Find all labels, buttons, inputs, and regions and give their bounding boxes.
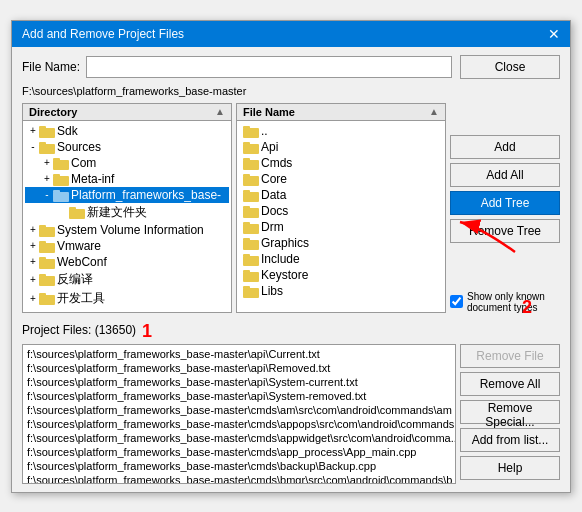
svg-rect-39 [243, 254, 250, 257]
toggle-sources[interactable]: - [27, 141, 39, 152]
tree-item-platform[interactable]: - Platform_frameworks_base- [25, 187, 229, 203]
svg-rect-32 [243, 208, 259, 218]
path-label: F:\sources\platform_frameworks_base-mast… [22, 85, 560, 97]
remove-all-button[interactable]: Remove All [460, 372, 560, 396]
project-file-item[interactable]: f:\sources\platform_frameworks_base-mast… [25, 375, 453, 389]
show-only-checkbox[interactable] [450, 295, 463, 308]
bottom-row: f:\sources\platform_frameworks_base-mast… [22, 344, 560, 484]
annotation-1: 1 [142, 321, 152, 342]
tree-item-decompile[interactable]: + 反编译 [25, 270, 229, 289]
project-file-item[interactable]: f:\sources\platform_frameworks_base-mast… [25, 403, 453, 417]
svg-rect-17 [39, 257, 46, 260]
annotation-arrows: 2 [450, 247, 560, 281]
annotation-2: 2 [522, 297, 532, 318]
file-item-libs[interactable]: Libs [239, 283, 443, 299]
file-item-include[interactable]: Include [239, 251, 443, 267]
svg-rect-28 [243, 176, 259, 186]
file-item-api[interactable]: Api [239, 139, 443, 155]
project-file-item[interactable]: f:\sources\platform_frameworks_base-mast… [25, 445, 453, 459]
help-button[interactable]: Help [460, 456, 560, 480]
svg-rect-33 [243, 206, 250, 209]
svg-rect-21 [39, 293, 46, 296]
file-item-data[interactable]: Data [239, 187, 443, 203]
project-files-header-row: Project Files: (13650) 1 [22, 321, 560, 342]
project-file-item[interactable]: f:\sources\platform_frameworks_base-mast… [25, 459, 453, 473]
close-x-button[interactable]: ✕ [548, 27, 560, 41]
svg-rect-1 [39, 126, 46, 129]
project-files-list[interactable]: f:\sources\platform_frameworks_base-mast… [22, 344, 456, 484]
svg-rect-36 [243, 240, 259, 250]
project-file-item[interactable]: f:\sources\platform_frameworks_base-mast… [25, 473, 453, 484]
file-name-input[interactable] [86, 56, 452, 78]
tree-item-vmware[interactable]: + Vmware [25, 238, 229, 254]
svg-rect-5 [53, 158, 60, 161]
folder-icon-data [243, 188, 259, 202]
svg-rect-6 [53, 176, 69, 186]
file-name-label: File Name: [22, 60, 80, 74]
add-all-button[interactable]: Add All [450, 163, 560, 187]
file-item-graphics[interactable]: Graphics [239, 235, 443, 251]
file-item-up[interactable]: .. [239, 123, 443, 139]
file-item-cmds[interactable]: Cmds [239, 155, 443, 171]
project-files-section: Project Files: (13650) 1 f:\sources\plat… [22, 321, 560, 484]
folder-icon-vmware [39, 239, 55, 253]
folder-icon-sdk [39, 124, 55, 138]
svg-rect-26 [243, 160, 259, 170]
folder-icon-sources [39, 140, 55, 154]
dialog-title: Add and Remove Project Files [22, 27, 184, 41]
arrow-svg-2 [440, 197, 540, 257]
svg-rect-41 [243, 270, 250, 273]
folder-icon-newdir [69, 205, 85, 219]
directory-scroll[interactable]: + Sdk - Sources + Com [23, 121, 231, 312]
project-file-item[interactable]: f:\sources\platform_frameworks_base-mast… [25, 431, 453, 445]
close-button[interactable]: Close [460, 55, 560, 79]
folder-icon-cmds [243, 156, 259, 170]
project-file-item[interactable]: f:\sources\platform_frameworks_base-mast… [25, 361, 453, 375]
tree-item-sources[interactable]: - Sources [25, 139, 229, 155]
remove-file-button[interactable]: Remove File [460, 344, 560, 368]
filename-panel-header: File Name ▲ [237, 104, 445, 121]
project-file-item[interactable]: f:\sources\platform_frameworks_base-mast… [25, 389, 453, 403]
svg-rect-40 [243, 272, 259, 282]
svg-rect-27 [243, 158, 250, 161]
svg-rect-14 [39, 243, 55, 253]
directory-panel: Directory ▲ + Sdk - Sources [22, 103, 232, 313]
svg-rect-31 [243, 190, 250, 193]
file-item-drm[interactable]: Drm [239, 219, 443, 235]
dir-scroll-indicator: ▲ [215, 106, 225, 117]
project-file-item[interactable]: f:\sources\platform_frameworks_base-mast… [25, 347, 453, 361]
folder-icon-libs [243, 284, 259, 298]
svg-rect-16 [39, 259, 55, 269]
svg-rect-42 [243, 288, 259, 298]
tree-item-newdir[interactable]: 新建文件夹 [25, 203, 229, 222]
tree-item-devtools[interactable]: + 开发工具 [25, 289, 229, 308]
folder-icon-com [53, 156, 69, 170]
filename-scroll[interactable]: .. Api Cmds Core [237, 121, 445, 312]
tree-item-sysvolinfo[interactable]: + System Volume Information [25, 222, 229, 238]
folder-icon-core [243, 172, 259, 186]
svg-rect-9 [53, 190, 60, 193]
toggle-sdk[interactable]: + [27, 125, 39, 136]
folder-icon-sysvolinfo [39, 223, 55, 237]
tree-item-meta-inf[interactable]: + Meta-inf [25, 171, 229, 187]
bottom-buttons-col: Remove File Remove All Remove Special...… [460, 344, 560, 484]
tree-item-sdk[interactable]: + Sdk [25, 123, 229, 139]
svg-rect-22 [243, 128, 259, 138]
svg-rect-37 [243, 238, 250, 241]
dialog-content: File Name: Close F:\sources\platform_fra… [12, 47, 570, 492]
project-file-item[interactable]: f:\sources\platform_frameworks_base-mast… [25, 417, 453, 431]
tree-item-webconf[interactable]: + WebConf [25, 254, 229, 270]
folder-icon-decompile [39, 272, 55, 286]
remove-special-button[interactable]: Remove Special... [460, 400, 560, 424]
svg-rect-3 [39, 142, 46, 145]
folder-icon-platform [53, 188, 69, 202]
file-item-keystore[interactable]: Keystore [239, 267, 443, 283]
file-item-docs[interactable]: Docs [239, 203, 443, 219]
file-item-core[interactable]: Core [239, 171, 443, 187]
svg-rect-0 [39, 128, 55, 138]
svg-rect-24 [243, 144, 259, 154]
title-bar: Add and Remove Project Files ✕ [12, 21, 570, 47]
tree-item-com[interactable]: + Com [25, 155, 229, 171]
add-button[interactable]: Add [450, 135, 560, 159]
add-from-list-button[interactable]: Add from list... [460, 428, 560, 452]
